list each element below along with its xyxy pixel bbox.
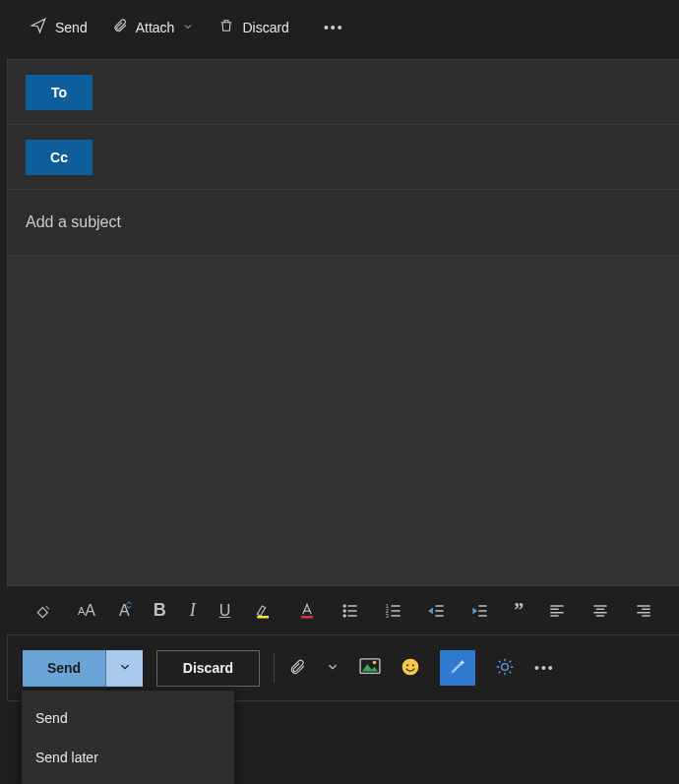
font-style-case-button[interactable]: A (119, 602, 130, 620)
underline-button[interactable]: U (219, 602, 231, 620)
discard-button[interactable]: Discard (156, 650, 260, 687)
to-row[interactable]: To (8, 60, 679, 125)
bullets-button[interactable] (340, 601, 360, 621)
chevron-down-icon (118, 660, 132, 677)
send-icon (30, 17, 47, 37)
compose-header: To Cc (7, 59, 679, 255)
send-button[interactable]: Send (23, 650, 105, 687)
emoji-button[interactable] (401, 657, 420, 680)
pen-sparkle-icon (447, 656, 468, 681)
send-button-top[interactable]: Send (30, 17, 88, 37)
send-later-menu-label: Send later (35, 750, 98, 765)
sun-icon (495, 657, 515, 680)
svg-point-11 (402, 658, 419, 675)
discard-label: Discard (183, 660, 233, 676)
more-actions-top[interactable]: ••• (324, 20, 344, 35)
chevron-down-icon (326, 660, 340, 677)
format-painter-button[interactable] (34, 601, 54, 621)
divider (274, 653, 275, 683)
attach-label-top: Attach (136, 20, 175, 35)
send-menu-item-send[interactable]: Send (22, 698, 234, 738)
to-button[interactable]: To (26, 75, 93, 110)
format-toolbar: AA A B I U 1 2 3 (7, 585, 679, 634)
chevron-down-icon (182, 20, 194, 35)
svg-rect-1 (301, 616, 313, 619)
svg-point-3 (343, 610, 345, 612)
insert-image-button[interactable] (359, 658, 381, 679)
highlight-color-button[interactable] (254, 601, 274, 621)
cc-label: Cc (50, 150, 68, 165)
paperclip-icon (112, 17, 128, 37)
italic-button[interactable]: I (190, 600, 196, 621)
svg-point-4 (343, 615, 345, 617)
more-icon: ••• (324, 20, 344, 35)
top-toolbar: Send Attach Discard ••• (0, 0, 679, 54)
quote-button[interactable]: ” (514, 599, 524, 622)
cc-row[interactable]: Cc (8, 125, 679, 190)
numbering-button[interactable]: 1 2 3 (384, 601, 403, 621)
smiley-icon (401, 657, 420, 680)
svg-text:3: 3 (386, 612, 389, 618)
more-icon: ••• (534, 660, 555, 676)
svg-point-10 (373, 660, 377, 664)
cc-button[interactable]: Cc (26, 140, 93, 175)
brightness-button[interactable] (495, 657, 515, 680)
svg-point-14 (502, 663, 509, 670)
send-options-button[interactable] (105, 650, 143, 687)
send-menu-item-send-later[interactable]: Send later (22, 738, 234, 777)
svg-rect-0 (258, 616, 270, 619)
font-size-button[interactable]: AA (78, 602, 95, 620)
discard-label-top: Discard (242, 20, 288, 35)
to-label: To (51, 85, 67, 100)
svg-point-2 (343, 605, 345, 607)
subject-input[interactable] (26, 213, 661, 231)
send-label: Send (47, 660, 81, 676)
send-dropdown-menu: Send Send later (22, 691, 234, 784)
send-split-button: Send (23, 650, 143, 687)
editor-assist-button[interactable] (440, 650, 475, 686)
send-label-top: Send (55, 20, 88, 35)
attach-options-button[interactable] (326, 660, 340, 677)
message-body[interactable] (7, 255, 679, 585)
send-menu-label: Send (35, 710, 68, 726)
more-actions-button[interactable]: ••• (534, 660, 555, 676)
svg-point-13 (412, 664, 414, 666)
decrease-indent-button[interactable] (427, 601, 447, 621)
attach-button-top[interactable]: Attach (112, 17, 195, 37)
bold-button[interactable]: B (154, 600, 166, 621)
discard-button-top[interactable]: Discard (218, 17, 288, 37)
subject-row (8, 190, 679, 255)
font-color-button[interactable] (297, 601, 317, 621)
trash-icon (218, 17, 234, 37)
paperclip-icon (288, 657, 306, 680)
attach-button[interactable] (288, 657, 306, 680)
svg-marker-9 (362, 664, 378, 671)
increase-indent-button[interactable] (470, 601, 490, 621)
svg-point-12 (406, 664, 408, 666)
picture-icon (359, 658, 381, 679)
align-left-button[interactable] (547, 601, 567, 621)
align-center-button[interactable] (590, 601, 610, 621)
align-right-button[interactable] (634, 601, 653, 621)
